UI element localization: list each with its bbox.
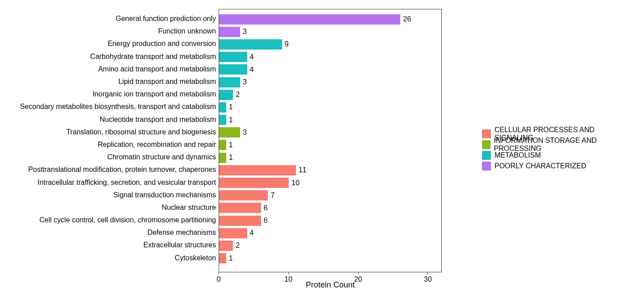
category-label: Inorganic ion transport and metabolism [92, 90, 216, 98]
bar-value-label: 4 [250, 53, 254, 61]
category-label: Carbohydrate transport and metabolism [90, 53, 216, 61]
y-axis-label: Lipid transport and metabolism [9, 75, 219, 88]
category-label: Posttranslational modification, protein … [28, 166, 216, 174]
x-tick-value: 20 [354, 275, 362, 283]
bar-value-label: 11 [299, 166, 307, 174]
bar [219, 178, 289, 188]
bar-value-label: 6 [264, 204, 268, 212]
bar-value-label: 1 [229, 154, 233, 162]
category-label: Defense mechanisms [147, 229, 216, 237]
category-label: Replication, recombination and repair [98, 141, 216, 149]
y-axis-label: Extracellular structures [9, 239, 219, 251]
category-label: Nucleotide transport and metabolism [100, 116, 216, 124]
bar-row: 6 [219, 214, 441, 227]
bar-row: 26 [219, 13, 441, 25]
category-label: Nuclear structure [162, 204, 216, 212]
bar-value-label: 2 [236, 242, 240, 250]
bar-row: 1 [219, 139, 441, 151]
bar-row: 4 [219, 51, 441, 63]
bar [219, 39, 282, 50]
x-axis-tick: 30 [424, 272, 432, 283]
bar-value-label: 2 [236, 91, 240, 99]
y-axis-label: Nuclear structure [9, 201, 219, 214]
category-label: Energy production and conversion [108, 40, 216, 48]
y-axis-label: Secondary metabolites biosynthesis, tran… [9, 100, 219, 113]
y-axis-label: Posttranslational modification, protein … [9, 163, 219, 176]
legend-label: POORLY CHARACTERIZED [494, 162, 586, 170]
bar-value-label: 10 [291, 179, 299, 187]
bar-value-label: 9 [285, 40, 289, 48]
category-label: Lipid transport and metabolism [118, 78, 216, 86]
bar [219, 90, 233, 100]
x-axis-tick: 0 [217, 272, 221, 283]
x-axis-tick: 10 [284, 272, 292, 283]
y-axis-label: Energy production and conversion [9, 38, 219, 50]
bar-value-label: 6 [264, 217, 268, 225]
y-axis-label: Inorganic ion transport and metabolism [9, 88, 219, 100]
bar-row: 2 [219, 88, 441, 101]
bar [219, 102, 226, 112]
bar [219, 165, 296, 175]
y-axis-label: Carbohydrate transport and metabolism [9, 50, 219, 63]
bar-value-label: 1 [229, 141, 233, 149]
bar [219, 216, 261, 226]
bar [219, 190, 268, 200]
bar-value-label: 1 [229, 254, 233, 262]
bar [219, 14, 400, 25]
legend: CELLULAR PROCESSES AND SIGNALINGINFORMAT… [482, 129, 635, 171]
y-axis-label: Chromatin structure and dynamics [9, 151, 219, 163]
legend-item: METABOLISM [482, 150, 635, 160]
legend-label: METABOLISM [494, 151, 541, 159]
x-axis-title: Protein Count [219, 280, 442, 290]
y-axis-label: Signal transduction mechanisms [9, 189, 219, 201]
bar-row: 9 [219, 38, 441, 50]
bar-row: 6 [219, 202, 441, 214]
category-label: Chromatin structure and dynamics [107, 153, 216, 161]
bar-value-label: 3 [243, 78, 247, 86]
bar [219, 27, 240, 37]
category-label: Function unknown [158, 27, 216, 35]
bar [219, 140, 226, 150]
x-tick-value: 10 [284, 275, 292, 283]
y-axis-label: Nucleotide transport and metabolism [9, 113, 219, 126]
chart-area: General function prediction onlyFunction… [9, 9, 442, 291]
bar [219, 115, 226, 125]
bar [219, 203, 261, 213]
legend-swatch [482, 162, 491, 171]
y-axis-label: Translation, ribosomal structure and bio… [9, 126, 219, 138]
category-label: Cytoskeleton [175, 254, 216, 262]
bar-row: 3 [219, 126, 441, 139]
legend-item: INFORMATION STORAGE AND PROCESSING [482, 140, 635, 150]
bar [219, 228, 247, 238]
y-axis-label: Intracellular trafficking, secretion, an… [9, 176, 219, 188]
plot-panel: 26394432113111110766421 [219, 9, 442, 272]
bar-value-label: 1 [229, 103, 233, 111]
x-axis: 0102030 Protein Count [219, 272, 442, 291]
bar [219, 64, 247, 75]
category-label: Extracellular structures [143, 241, 216, 249]
bar-value-label: 3 [243, 129, 247, 137]
bar-value-label: 4 [250, 229, 254, 237]
bar [219, 253, 226, 263]
x-tick-value: 0 [217, 275, 221, 283]
x-tick-value: 30 [424, 275, 432, 283]
bar [219, 153, 226, 163]
category-label: Cell cycle control, cell division, chrom… [39, 216, 216, 224]
bar-row: 3 [219, 76, 441, 88]
bar [219, 127, 240, 138]
bar-row: 3 [219, 25, 441, 38]
category-label: Translation, ribosomal structure and bio… [66, 128, 216, 136]
bar-row: 1 [219, 114, 441, 126]
bar-row: 1 [219, 151, 441, 164]
bar-value-label: 3 [243, 28, 247, 36]
legend-item: POORLY CHARACTERIZED [482, 161, 635, 171]
y-axis-label: Amino acid transport and metabolism [9, 63, 219, 75]
x-axis-tick: 20 [354, 272, 362, 283]
y-axis-label: General function prediction only [9, 12, 219, 25]
category-label: Secondary metabolites biosynthesis, tran… [20, 103, 216, 111]
category-label: Intracellular trafficking, secretion, an… [37, 179, 216, 187]
bar-row: 7 [219, 189, 441, 202]
category-label: General function prediction only [116, 15, 216, 23]
bar-row: 4 [219, 63, 441, 76]
y-axis-label: Replication, recombination and repair [9, 138, 219, 151]
